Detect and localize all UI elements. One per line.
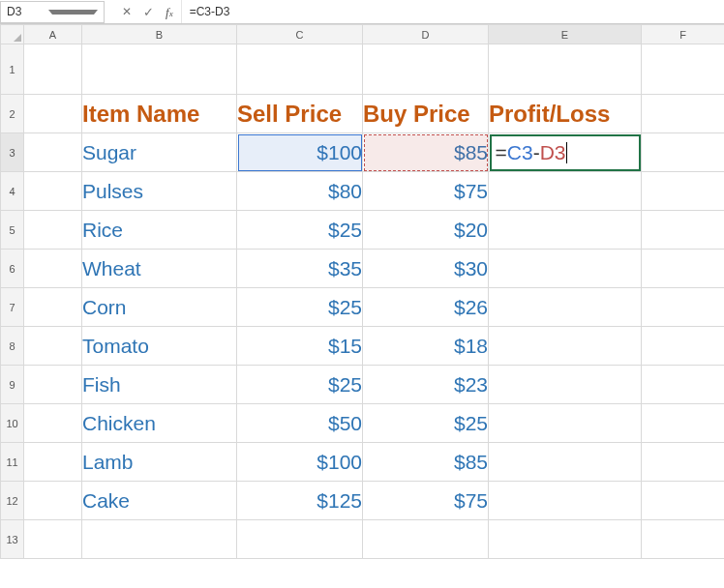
row-header-3[interactable]: 3 bbox=[1, 133, 24, 172]
cell-F3[interactable] bbox=[642, 133, 725, 172]
formula-input[interactable]: =C3-D3 bbox=[181, 0, 724, 23]
col-header-C[interactable]: C bbox=[237, 25, 363, 44]
cell-A7[interactable] bbox=[24, 288, 82, 327]
cell-A3[interactable] bbox=[24, 133, 82, 172]
col-header-F[interactable]: F bbox=[642, 25, 725, 44]
row-header-6[interactable]: 6 bbox=[1, 250, 24, 288]
spreadsheet[interactable]: A B C D E F 1 2 Item Name Sell Price Buy… bbox=[0, 24, 724, 559]
cell-E2[interactable]: Profit/Loss bbox=[489, 95, 642, 133]
col-header-A[interactable]: A bbox=[24, 25, 82, 44]
cell-C2[interactable]: Sell Price bbox=[237, 95, 363, 133]
cell-A6[interactable] bbox=[24, 250, 82, 288]
row-header-5[interactable]: 5 bbox=[1, 211, 24, 250]
cell-A10[interactable] bbox=[24, 404, 82, 443]
cell-E9[interactable] bbox=[489, 366, 642, 404]
cell-B3[interactable]: Sugar bbox=[82, 133, 237, 172]
row-header-11[interactable]: 11 bbox=[1, 443, 24, 482]
cell-E5[interactable] bbox=[489, 211, 642, 250]
chevron-down-icon[interactable] bbox=[48, 10, 98, 15]
cell-E7[interactable] bbox=[489, 288, 642, 327]
cell-F9[interactable] bbox=[642, 366, 725, 404]
cell-A12[interactable] bbox=[24, 482, 82, 520]
cell-C4[interactable]: $80 bbox=[237, 172, 363, 211]
cell-F6[interactable] bbox=[642, 250, 725, 288]
cell-E1[interactable] bbox=[489, 44, 642, 95]
cell-B9[interactable]: Fish bbox=[82, 366, 237, 404]
col-header-B[interactable]: B bbox=[82, 25, 237, 44]
cell-C13[interactable] bbox=[237, 520, 363, 559]
confirm-icon[interactable]: ✓ bbox=[143, 6, 154, 18]
cell-A11[interactable] bbox=[24, 443, 82, 482]
cell-C5[interactable]: $25 bbox=[237, 211, 363, 250]
cell-D1[interactable] bbox=[363, 44, 489, 95]
cell-E11[interactable] bbox=[489, 443, 642, 482]
cell-D5[interactable]: $20 bbox=[363, 211, 489, 250]
row-header-8[interactable]: 8 bbox=[1, 327, 24, 366]
cell-B1[interactable] bbox=[82, 44, 237, 95]
row-header-4[interactable]: 4 bbox=[1, 172, 24, 211]
cell-A9[interactable] bbox=[24, 366, 82, 404]
row-header-10[interactable]: 10 bbox=[1, 404, 24, 443]
cell-E10[interactable] bbox=[489, 404, 642, 443]
cell-A5[interactable] bbox=[24, 211, 82, 250]
cell-D9[interactable]: $23 bbox=[363, 366, 489, 404]
row-header-12[interactable]: 12 bbox=[1, 482, 24, 520]
cell-E6[interactable] bbox=[489, 250, 642, 288]
cell-E8[interactable] bbox=[489, 327, 642, 366]
cell-D6[interactable]: $30 bbox=[363, 250, 489, 288]
cell-E4[interactable] bbox=[489, 172, 642, 211]
grid[interactable]: A B C D E F 1 2 Item Name Sell Price Buy… bbox=[0, 24, 724, 559]
cell-D3[interactable]: $85 bbox=[363, 133, 489, 172]
cell-E13[interactable] bbox=[489, 520, 642, 559]
cell-F2[interactable] bbox=[642, 95, 725, 133]
cell-C11[interactable]: $100 bbox=[237, 443, 363, 482]
col-header-E[interactable]: E bbox=[489, 25, 642, 44]
row-header-13[interactable]: 13 bbox=[1, 520, 24, 559]
fx-icon[interactable]: fx bbox=[166, 6, 173, 18]
cell-E3[interactable] bbox=[489, 133, 642, 172]
cell-B7[interactable]: Corn bbox=[82, 288, 237, 327]
cell-B11[interactable]: Lamb bbox=[82, 443, 237, 482]
cell-A1[interactable] bbox=[24, 44, 82, 95]
cell-B5[interactable]: Rice bbox=[82, 211, 237, 250]
cell-C9[interactable]: $25 bbox=[237, 366, 363, 404]
row-header-1[interactable]: 1 bbox=[1, 44, 24, 95]
cell-A2[interactable] bbox=[24, 95, 82, 133]
cell-D2[interactable]: Buy Price bbox=[363, 95, 489, 133]
cell-C7[interactable]: $25 bbox=[237, 288, 363, 327]
cell-F8[interactable] bbox=[642, 327, 725, 366]
row-header-9[interactable]: 9 bbox=[1, 366, 24, 404]
cell-F13[interactable] bbox=[642, 520, 725, 559]
name-box[interactable]: D3 bbox=[0, 1, 105, 23]
cell-F7[interactable] bbox=[642, 288, 725, 327]
cell-E12[interactable] bbox=[489, 482, 642, 520]
cell-C3[interactable]: $100 bbox=[237, 133, 363, 172]
cell-C12[interactable]: $125 bbox=[237, 482, 363, 520]
cell-B2[interactable]: Item Name bbox=[82, 95, 237, 133]
cell-F10[interactable] bbox=[642, 404, 725, 443]
cell-D11[interactable]: $85 bbox=[363, 443, 489, 482]
cell-B8[interactable]: Tomato bbox=[82, 327, 237, 366]
cell-B4[interactable]: Pulses bbox=[82, 172, 237, 211]
cell-C1[interactable] bbox=[237, 44, 363, 95]
cell-C6[interactable]: $35 bbox=[237, 250, 363, 288]
cell-A13[interactable] bbox=[24, 520, 82, 559]
cell-C8[interactable]: $15 bbox=[237, 327, 363, 366]
cell-F5[interactable] bbox=[642, 211, 725, 250]
cell-B13[interactable] bbox=[82, 520, 237, 559]
cell-C10[interactable]: $50 bbox=[237, 404, 363, 443]
row-header-7[interactable]: 7 bbox=[1, 288, 24, 327]
cell-F12[interactable] bbox=[642, 482, 725, 520]
cell-D4[interactable]: $75 bbox=[363, 172, 489, 211]
cell-B10[interactable]: Chicken bbox=[82, 404, 237, 443]
cell-F4[interactable] bbox=[642, 172, 725, 211]
cell-A4[interactable] bbox=[24, 172, 82, 211]
cell-A8[interactable] bbox=[24, 327, 82, 366]
cell-D12[interactable]: $75 bbox=[363, 482, 489, 520]
cell-F1[interactable] bbox=[642, 44, 725, 95]
cell-B12[interactable]: Cake bbox=[82, 482, 237, 520]
col-header-D[interactable]: D bbox=[363, 25, 489, 44]
cell-F11[interactable] bbox=[642, 443, 725, 482]
cell-D8[interactable]: $18 bbox=[363, 327, 489, 366]
cell-D13[interactable] bbox=[363, 520, 489, 559]
